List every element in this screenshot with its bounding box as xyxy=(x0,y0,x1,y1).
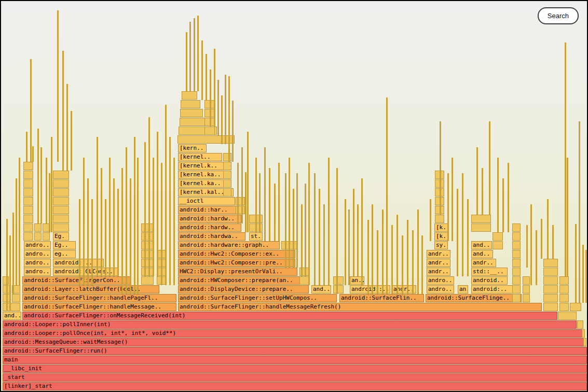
frame[interactable]: android::hardw.. xyxy=(178,223,241,232)
frame-spike[interactable] xyxy=(32,146,34,162)
frame-cell[interactable] xyxy=(141,250,154,258)
frame-spike[interactable] xyxy=(489,121,490,215)
frame-cell[interactable] xyxy=(523,294,530,302)
frame-spike[interactable] xyxy=(575,224,577,303)
frame-spike[interactable] xyxy=(565,43,566,276)
frame[interactable]: __libc_init xyxy=(3,365,587,373)
frame-spike[interactable] xyxy=(269,168,270,241)
frame-cell[interactable] xyxy=(204,127,215,135)
frame-spike[interactable] xyxy=(386,97,388,294)
frame-spike[interactable] xyxy=(49,173,50,232)
frame-cell[interactable] xyxy=(559,303,569,311)
frame[interactable]: [k.. xyxy=(434,223,448,232)
frame-spike[interactable] xyxy=(189,22,191,91)
frame-cell[interactable] xyxy=(53,171,69,179)
frame-cell[interactable] xyxy=(53,223,69,232)
frame-cell[interactable] xyxy=(333,276,344,285)
frame-spike[interactable] xyxy=(232,101,234,162)
frame-cell[interactable] xyxy=(53,206,69,214)
frame[interactable]: android::SurfaceFlinger::run() xyxy=(3,347,587,355)
frame-cell[interactable] xyxy=(512,285,521,293)
frame[interactable]: android::har.. xyxy=(178,206,237,214)
frame-cell[interactable] xyxy=(23,188,33,197)
frame-spike[interactable] xyxy=(497,158,499,232)
frame-spike[interactable] xyxy=(134,137,135,294)
frame[interactable]: android::SurfaceFlin.. xyxy=(339,294,424,302)
frame-spike[interactable] xyxy=(377,230,378,294)
frame[interactable]: andro.. xyxy=(24,268,51,276)
frame-cell[interactable] xyxy=(558,312,577,320)
frame-spike[interactable] xyxy=(186,32,187,91)
frame-cell[interactable] xyxy=(181,100,200,108)
frame-spike[interactable] xyxy=(71,111,72,171)
frame[interactable]: android::Layer::latchBuffer(bool.. xyxy=(22,285,159,293)
frame-spike[interactable] xyxy=(126,147,127,294)
frame-spike[interactable] xyxy=(210,69,211,127)
frame-cell[interactable] xyxy=(559,285,569,293)
frame[interactable]: android:.. xyxy=(471,285,515,293)
frame-cell[interactable] xyxy=(23,171,33,179)
frame-spike[interactable] xyxy=(105,199,106,276)
frame[interactable]: [k.. xyxy=(434,232,448,241)
frame[interactable]: android::DisplayDevice::prepare.. xyxy=(178,285,309,293)
frame[interactable]: [kern.. xyxy=(178,144,207,152)
frame-cell[interactable] xyxy=(582,329,585,338)
frame-spike[interactable] xyxy=(121,168,123,294)
frame-spike[interactable] xyxy=(541,219,542,259)
frame-cell[interactable] xyxy=(223,188,231,197)
frame-spike[interactable] xyxy=(117,189,119,276)
frame-cell[interactable] xyxy=(141,276,154,285)
frame[interactable]: android::Looper::pollOnce(int, int*, int… xyxy=(3,329,583,338)
frame-spike[interactable] xyxy=(440,121,441,215)
frame-spike[interactable] xyxy=(201,40,203,100)
frame-spike[interactable] xyxy=(367,220,369,294)
frame[interactable]: eg.. xyxy=(53,250,76,258)
frame[interactable]: andr.. xyxy=(427,268,450,276)
frame-spike[interactable] xyxy=(153,158,154,276)
frame-cell[interactable] xyxy=(493,232,503,241)
frame-spike[interactable] xyxy=(113,178,115,276)
frame-cell[interactable] xyxy=(523,276,530,285)
frame-spike[interactable] xyxy=(206,54,207,100)
frame-spike[interactable] xyxy=(79,199,80,285)
frame-spike[interactable] xyxy=(482,168,483,215)
frame-cell[interactable] xyxy=(583,338,586,346)
frame-spike[interactable] xyxy=(336,168,338,294)
frame[interactable]: android::SurfaceFlinger::onMessageReceiv… xyxy=(22,312,557,320)
frame[interactable]: st. xyxy=(249,232,263,241)
frame-spike[interactable] xyxy=(345,199,346,285)
frame-cell[interactable] xyxy=(180,118,206,126)
frame-spike[interactable] xyxy=(97,137,98,276)
frame-cell[interactable] xyxy=(543,268,558,276)
frame-spike[interactable] xyxy=(109,158,111,276)
frame-cell[interactable] xyxy=(3,276,9,285)
frame-spike[interactable] xyxy=(66,84,68,171)
frame-spike[interactable] xyxy=(161,163,162,285)
frame[interactable]: [kernel.. xyxy=(178,153,222,161)
frame-cell[interactable] xyxy=(53,179,69,188)
frame-spike[interactable] xyxy=(285,173,286,268)
frame-spike[interactable] xyxy=(447,173,449,241)
frame-cell[interactable] xyxy=(512,268,521,276)
frame-spike[interactable] xyxy=(467,199,469,276)
frame-spike[interactable] xyxy=(30,59,32,162)
frame[interactable]: andro.. xyxy=(24,250,51,258)
frame-spike[interactable] xyxy=(37,129,39,223)
frame-spike[interactable] xyxy=(157,132,158,276)
frame-spike[interactable] xyxy=(308,163,310,285)
frame[interactable]: main xyxy=(3,356,587,364)
frame-cell[interactable] xyxy=(333,285,344,293)
frame[interactable]: an. xyxy=(458,285,468,293)
frame-cell[interactable] xyxy=(512,259,521,267)
frame[interactable]: std::__.. xyxy=(471,268,508,276)
frame[interactable]: Eg. xyxy=(53,232,69,241)
frame-cell[interactable] xyxy=(23,215,33,223)
frame-spike[interactable] xyxy=(567,158,568,276)
frame-spike[interactable] xyxy=(372,204,373,294)
frame-cell[interactable] xyxy=(53,188,69,197)
frame-spike[interactable] xyxy=(197,16,199,91)
frame-spike[interactable] xyxy=(536,230,537,285)
frame-cell[interactable] xyxy=(512,232,521,241)
frame[interactable]: andr.. xyxy=(471,259,496,267)
frame-spike[interactable] xyxy=(502,178,504,232)
